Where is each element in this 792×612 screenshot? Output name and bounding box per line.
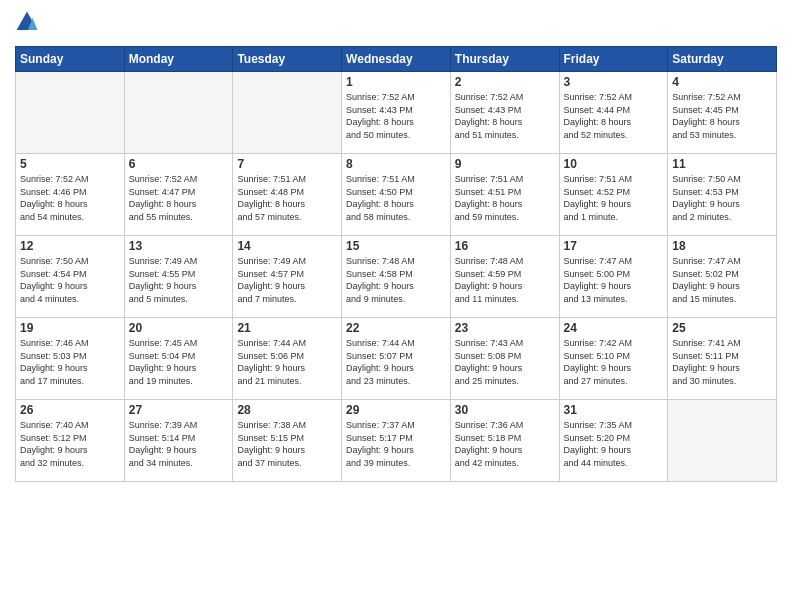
calendar-cell: 1Sunrise: 7:52 AM Sunset: 4:43 PM Daylig… xyxy=(342,72,451,154)
day-number: 18 xyxy=(672,239,772,253)
day-info: Sunrise: 7:39 AM Sunset: 5:14 PM Dayligh… xyxy=(129,419,229,469)
calendar-cell: 26Sunrise: 7:40 AM Sunset: 5:12 PM Dayli… xyxy=(16,400,125,482)
calendar-table: SundayMondayTuesdayWednesdayThursdayFrid… xyxy=(15,46,777,482)
calendar-cell: 20Sunrise: 7:45 AM Sunset: 5:04 PM Dayli… xyxy=(124,318,233,400)
day-number: 14 xyxy=(237,239,337,253)
calendar-cell: 23Sunrise: 7:43 AM Sunset: 5:08 PM Dayli… xyxy=(450,318,559,400)
day-number: 15 xyxy=(346,239,446,253)
day-number: 13 xyxy=(129,239,229,253)
day-number: 10 xyxy=(564,157,664,171)
page-container: SundayMondayTuesdayWednesdayThursdayFrid… xyxy=(0,0,792,492)
calendar-cell: 15Sunrise: 7:48 AM Sunset: 4:58 PM Dayli… xyxy=(342,236,451,318)
weekday-header: Monday xyxy=(124,47,233,72)
calendar-cell xyxy=(233,72,342,154)
weekday-header: Tuesday xyxy=(233,47,342,72)
day-number: 23 xyxy=(455,321,555,335)
calendar-cell: 2Sunrise: 7:52 AM Sunset: 4:43 PM Daylig… xyxy=(450,72,559,154)
day-number: 4 xyxy=(672,75,772,89)
calendar-cell: 13Sunrise: 7:49 AM Sunset: 4:55 PM Dayli… xyxy=(124,236,233,318)
calendar-cell xyxy=(668,400,777,482)
calendar-cell: 6Sunrise: 7:52 AM Sunset: 4:47 PM Daylig… xyxy=(124,154,233,236)
calendar-cell: 28Sunrise: 7:38 AM Sunset: 5:15 PM Dayli… xyxy=(233,400,342,482)
day-number: 3 xyxy=(564,75,664,89)
calendar-cell: 19Sunrise: 7:46 AM Sunset: 5:03 PM Dayli… xyxy=(16,318,125,400)
day-number: 26 xyxy=(20,403,120,417)
day-number: 7 xyxy=(237,157,337,171)
day-number: 27 xyxy=(129,403,229,417)
day-info: Sunrise: 7:42 AM Sunset: 5:10 PM Dayligh… xyxy=(564,337,664,387)
logo-icon xyxy=(15,10,39,34)
calendar-cell: 8Sunrise: 7:51 AM Sunset: 4:50 PM Daylig… xyxy=(342,154,451,236)
day-number: 25 xyxy=(672,321,772,335)
day-info: Sunrise: 7:48 AM Sunset: 4:59 PM Dayligh… xyxy=(455,255,555,305)
calendar-cell: 7Sunrise: 7:51 AM Sunset: 4:48 PM Daylig… xyxy=(233,154,342,236)
calendar-cell: 25Sunrise: 7:41 AM Sunset: 5:11 PM Dayli… xyxy=(668,318,777,400)
day-number: 6 xyxy=(129,157,229,171)
calendar-cell: 11Sunrise: 7:50 AM Sunset: 4:53 PM Dayli… xyxy=(668,154,777,236)
day-info: Sunrise: 7:49 AM Sunset: 4:55 PM Dayligh… xyxy=(129,255,229,305)
calendar-cell: 12Sunrise: 7:50 AM Sunset: 4:54 PM Dayli… xyxy=(16,236,125,318)
day-number: 19 xyxy=(20,321,120,335)
day-number: 11 xyxy=(672,157,772,171)
day-number: 17 xyxy=(564,239,664,253)
day-info: Sunrise: 7:44 AM Sunset: 5:07 PM Dayligh… xyxy=(346,337,446,387)
logo xyxy=(15,10,43,38)
day-number: 16 xyxy=(455,239,555,253)
day-info: Sunrise: 7:48 AM Sunset: 4:58 PM Dayligh… xyxy=(346,255,446,305)
calendar-cell: 14Sunrise: 7:49 AM Sunset: 4:57 PM Dayli… xyxy=(233,236,342,318)
day-number: 2 xyxy=(455,75,555,89)
calendar-week-row: 26Sunrise: 7:40 AM Sunset: 5:12 PM Dayli… xyxy=(16,400,777,482)
calendar-cell: 3Sunrise: 7:52 AM Sunset: 4:44 PM Daylig… xyxy=(559,72,668,154)
calendar-cell: 10Sunrise: 7:51 AM Sunset: 4:52 PM Dayli… xyxy=(559,154,668,236)
day-info: Sunrise: 7:52 AM Sunset: 4:45 PM Dayligh… xyxy=(672,91,772,141)
day-info: Sunrise: 7:50 AM Sunset: 4:53 PM Dayligh… xyxy=(672,173,772,223)
header xyxy=(15,10,777,38)
day-number: 8 xyxy=(346,157,446,171)
calendar-cell xyxy=(124,72,233,154)
day-number: 9 xyxy=(455,157,555,171)
day-number: 1 xyxy=(346,75,446,89)
day-info: Sunrise: 7:45 AM Sunset: 5:04 PM Dayligh… xyxy=(129,337,229,387)
day-number: 12 xyxy=(20,239,120,253)
day-number: 28 xyxy=(237,403,337,417)
day-info: Sunrise: 7:52 AM Sunset: 4:46 PM Dayligh… xyxy=(20,173,120,223)
calendar-cell: 29Sunrise: 7:37 AM Sunset: 5:17 PM Dayli… xyxy=(342,400,451,482)
day-info: Sunrise: 7:37 AM Sunset: 5:17 PM Dayligh… xyxy=(346,419,446,469)
calendar-cell xyxy=(16,72,125,154)
day-info: Sunrise: 7:40 AM Sunset: 5:12 PM Dayligh… xyxy=(20,419,120,469)
day-number: 29 xyxy=(346,403,446,417)
day-number: 24 xyxy=(564,321,664,335)
calendar-cell: 22Sunrise: 7:44 AM Sunset: 5:07 PM Dayli… xyxy=(342,318,451,400)
day-number: 31 xyxy=(564,403,664,417)
day-info: Sunrise: 7:51 AM Sunset: 4:52 PM Dayligh… xyxy=(564,173,664,223)
calendar-cell: 21Sunrise: 7:44 AM Sunset: 5:06 PM Dayli… xyxy=(233,318,342,400)
weekday-header: Wednesday xyxy=(342,47,451,72)
calendar-week-row: 5Sunrise: 7:52 AM Sunset: 4:46 PM Daylig… xyxy=(16,154,777,236)
day-info: Sunrise: 7:52 AM Sunset: 4:44 PM Dayligh… xyxy=(564,91,664,141)
day-info: Sunrise: 7:44 AM Sunset: 5:06 PM Dayligh… xyxy=(237,337,337,387)
day-info: Sunrise: 7:35 AM Sunset: 5:20 PM Dayligh… xyxy=(564,419,664,469)
day-number: 20 xyxy=(129,321,229,335)
weekday-header: Friday xyxy=(559,47,668,72)
day-number: 5 xyxy=(20,157,120,171)
day-number: 22 xyxy=(346,321,446,335)
day-info: Sunrise: 7:36 AM Sunset: 5:18 PM Dayligh… xyxy=(455,419,555,469)
day-info: Sunrise: 7:52 AM Sunset: 4:47 PM Dayligh… xyxy=(129,173,229,223)
day-info: Sunrise: 7:47 AM Sunset: 5:00 PM Dayligh… xyxy=(564,255,664,305)
day-info: Sunrise: 7:51 AM Sunset: 4:50 PM Dayligh… xyxy=(346,173,446,223)
calendar-cell: 18Sunrise: 7:47 AM Sunset: 5:02 PM Dayli… xyxy=(668,236,777,318)
day-info: Sunrise: 7:52 AM Sunset: 4:43 PM Dayligh… xyxy=(455,91,555,141)
calendar-cell: 5Sunrise: 7:52 AM Sunset: 4:46 PM Daylig… xyxy=(16,154,125,236)
calendar-cell: 16Sunrise: 7:48 AM Sunset: 4:59 PM Dayli… xyxy=(450,236,559,318)
weekday-header: Saturday xyxy=(668,47,777,72)
calendar-cell: 30Sunrise: 7:36 AM Sunset: 5:18 PM Dayli… xyxy=(450,400,559,482)
day-number: 30 xyxy=(455,403,555,417)
calendar-cell: 9Sunrise: 7:51 AM Sunset: 4:51 PM Daylig… xyxy=(450,154,559,236)
day-info: Sunrise: 7:51 AM Sunset: 4:51 PM Dayligh… xyxy=(455,173,555,223)
day-info: Sunrise: 7:43 AM Sunset: 5:08 PM Dayligh… xyxy=(455,337,555,387)
weekday-header-row: SundayMondayTuesdayWednesdayThursdayFrid… xyxy=(16,47,777,72)
day-info: Sunrise: 7:46 AM Sunset: 5:03 PM Dayligh… xyxy=(20,337,120,387)
day-number: 21 xyxy=(237,321,337,335)
calendar-cell: 31Sunrise: 7:35 AM Sunset: 5:20 PM Dayli… xyxy=(559,400,668,482)
day-info: Sunrise: 7:49 AM Sunset: 4:57 PM Dayligh… xyxy=(237,255,337,305)
